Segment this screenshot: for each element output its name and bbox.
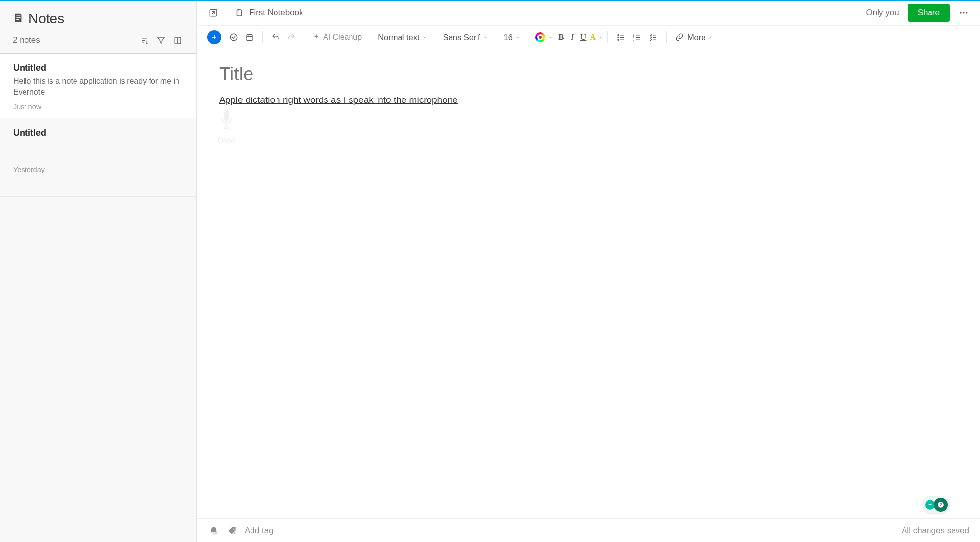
reminder-icon[interactable]: + [207,524,220,537]
note-item-title: Untitled [13,128,183,138]
sidebar-title: Notes [28,11,64,26]
svg-point-6 [963,12,964,13]
divider [435,31,435,43]
note-header: First Notebook Only you Share [197,0,980,25]
sidebar: Notes 2 notes Untitled Hello this is a n… [0,0,197,542]
main-area: First Notebook Only you Share [197,0,980,542]
microphone-icon [218,109,235,132]
numbered-list-icon[interactable]: 123 [629,29,645,45]
help-icon [934,498,948,512]
svg-rect-16 [224,110,229,121]
sort-icon[interactable] [138,34,150,46]
note-title-input[interactable] [219,64,957,85]
bold-button[interactable]: B [555,29,567,45]
italic-button[interactable]: I [567,29,577,45]
paragraph-style-select[interactable]: Normal text [375,33,429,42]
svg-point-8 [230,34,237,41]
notes-icon [13,12,24,25]
underline-button[interactable]: U [577,29,590,45]
svg-text:+: + [215,531,218,535]
notes-list: Untitled Hello this is a note applicatio… [0,53,196,197]
more-actions-icon[interactable] [956,5,971,20]
filter-icon[interactable] [155,34,167,46]
divider [304,31,304,43]
font-color-picker[interactable] [533,32,555,42]
redo-icon[interactable] [283,29,299,45]
editor-body[interactable]: Apple dictation right words as I speak i… [197,49,980,518]
svg-text:+: + [234,531,236,536]
ai-cleanup-button[interactable]: AI Cleanup [309,33,365,42]
svg-point-11 [618,37,619,38]
svg-point-5 [960,12,962,13]
dictation-overlay: Done [210,109,243,145]
svg-rect-1 [16,17,20,18]
notebook-selector[interactable]: First Notebook [233,7,303,19]
task-icon[interactable] [226,29,242,45]
svg-point-10 [618,34,619,35]
svg-text:3: 3 [633,38,634,41]
divider [262,31,263,43]
svg-rect-0 [16,15,20,16]
divider [666,31,667,43]
note-item[interactable]: Untitled Yesterday [0,119,196,197]
note-item-meta: Yesterday [13,166,183,173]
editor-toolbar: AI Cleanup Normal text Sans Serif 16 [197,25,980,49]
note-item[interactable]: Untitled Hello this is a note applicatio… [0,53,196,119]
svg-point-7 [966,12,967,13]
notebook-label: First Notebook [249,8,303,18]
svg-point-12 [618,39,619,40]
svg-rect-9 [247,35,252,41]
notes-count: 2 notes [13,35,133,45]
add-tag-input[interactable]: Add tag [245,526,274,536]
help-widget[interactable]: + [922,496,950,514]
svg-point-18 [233,528,235,530]
highlight-color-picker[interactable]: A [590,33,603,42]
view-toggle-icon[interactable] [172,34,183,46]
svg-rect-2 [16,19,19,20]
note-item-preview: Hello this is a note application is read… [13,76,183,98]
divider [496,31,496,43]
note-body-text[interactable]: Apple dictation right words as I speak i… [219,95,957,105]
share-button[interactable]: Share [908,4,950,22]
calendar-icon[interactable] [242,29,257,45]
tag-icon[interactable]: + [226,524,239,537]
divider [370,31,370,43]
expand-icon[interactable] [207,7,219,19]
save-status: All changes saved [902,526,969,536]
checklist-icon[interactable] [645,29,661,45]
only-you-label[interactable]: Only you [866,8,899,18]
divider [226,7,226,18]
divider [607,31,608,43]
insert-button[interactable] [207,30,221,44]
link-icon[interactable] [672,29,687,45]
bulleted-list-icon[interactable] [613,29,629,45]
dictation-done-label: Done [218,136,235,145]
notebook-icon [233,7,245,19]
undo-icon[interactable] [268,29,283,45]
note-item-preview [13,141,183,161]
divider [528,31,528,43]
ai-cleanup-label: AI Cleanup [323,33,362,42]
note-item-title: Untitled [13,63,183,73]
more-toolbar-button[interactable]: More [687,33,713,42]
font-size-select[interactable]: 16 [501,33,523,42]
note-footer: + + Add tag All changes saved [197,518,980,542]
note-item-meta: Just now [13,103,183,111]
font-family-select[interactable]: Sans Serif [440,33,491,42]
